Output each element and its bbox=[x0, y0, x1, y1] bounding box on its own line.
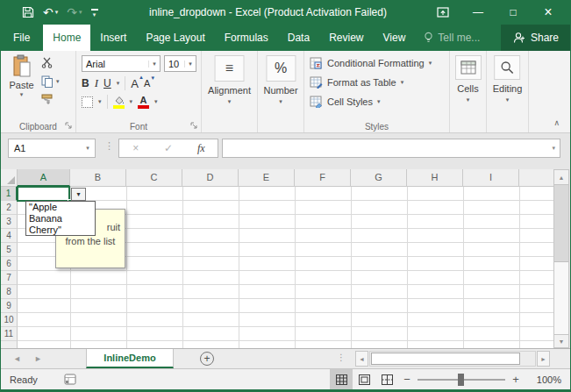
font-size-combo[interactable]: 10 ▾ bbox=[164, 55, 196, 72]
data-validation-dropdown-button[interactable]: ▾ bbox=[71, 188, 86, 201]
cancel-button[interactable]: × bbox=[119, 139, 152, 157]
tab-home[interactable]: Home bbox=[43, 25, 90, 51]
italic-button[interactable]: I bbox=[95, 76, 98, 90]
formula-input[interactable]: ▾ bbox=[222, 139, 560, 158]
column-header-a[interactable]: A bbox=[18, 169, 70, 187]
zoom-out-button[interactable]: − bbox=[398, 373, 416, 386]
tab-splitter-grip-icon[interactable]: ⋮ bbox=[337, 353, 346, 362]
row-header-9[interactable]: 9 bbox=[1, 299, 18, 313]
clipboard-dialog-launcher-icon[interactable] bbox=[65, 122, 73, 130]
undo-button[interactable]: ↶ ▾ bbox=[39, 2, 62, 23]
dropdown-item-cherry[interactable]: Cherry" bbox=[26, 225, 95, 236]
borders-button[interactable] bbox=[82, 96, 93, 108]
row-header-3[interactable]: 3 bbox=[1, 215, 18, 229]
column-header-i[interactable]: I bbox=[463, 169, 519, 187]
tab-review[interactable]: Review bbox=[319, 25, 373, 51]
column-header-b[interactable]: B bbox=[70, 169, 126, 187]
tab-view[interactable]: View bbox=[374, 25, 416, 51]
underline-button[interactable]: U bbox=[103, 77, 111, 89]
vertical-scrollbar-thumb[interactable] bbox=[554, 185, 568, 262]
row-header-2[interactable]: 2 bbox=[1, 201, 18, 215]
tab-formulas[interactable]: Formulas bbox=[215, 25, 278, 51]
zoom-slider-thumb[interactable] bbox=[458, 374, 464, 386]
collapse-ribbon-icon[interactable]: ∧ bbox=[553, 118, 560, 127]
font-dialog-launcher-icon[interactable] bbox=[190, 122, 198, 130]
number-button[interactable]: % Number ▾ bbox=[263, 55, 297, 105]
zoom-level-label[interactable]: 100% bbox=[525, 374, 561, 385]
scroll-left-button[interactable]: ◄ bbox=[355, 351, 368, 367]
page-break-preview-button[interactable] bbox=[375, 369, 398, 389]
format-as-table-button[interactable]: Format as Table ▾ bbox=[310, 75, 403, 89]
record-macro-button[interactable] bbox=[64, 374, 76, 385]
normal-view-button[interactable] bbox=[330, 369, 353, 389]
scroll-up-button[interactable]: ▲ bbox=[554, 170, 568, 185]
column-header-g[interactable]: G bbox=[351, 169, 407, 187]
close-button[interactable]: × bbox=[531, 0, 566, 25]
redo-button[interactable]: ↷ ▾ bbox=[62, 2, 86, 23]
save-button[interactable] bbox=[18, 2, 39, 23]
select-all-button[interactable] bbox=[1, 169, 18, 187]
cells-button[interactable]: Cells ▾ bbox=[455, 55, 482, 103]
column-header-e[interactable]: E bbox=[239, 169, 295, 187]
sheet-tab-inlinedemo[interactable]: InlineDemo bbox=[86, 349, 174, 368]
zoom-in-button[interactable]: + bbox=[507, 373, 525, 386]
column-header-c[interactable]: C bbox=[126, 169, 182, 187]
bold-button[interactable]: B bbox=[82, 77, 89, 89]
format-painter-button[interactable] bbox=[41, 92, 60, 107]
ribbon-display-options-button[interactable] bbox=[425, 0, 460, 25]
dropdown-item-apple[interactable]: "Apple bbox=[26, 202, 95, 213]
formula-expand-caret-icon[interactable]: ▾ bbox=[552, 145, 555, 152]
row-header-5[interactable]: 5 bbox=[1, 243, 18, 257]
row-header-7[interactable]: 7 bbox=[1, 271, 18, 285]
name-box[interactable]: A1 ▾ bbox=[8, 139, 96, 158]
minimize-button[interactable]: — bbox=[460, 0, 496, 25]
decrease-font-size-button[interactable]: A▼ bbox=[144, 78, 150, 89]
row-header-8[interactable]: 8 bbox=[1, 285, 18, 299]
row-header-11[interactable]: 11 bbox=[1, 327, 18, 341]
vertical-scrollbar[interactable]: ▲ ▼ bbox=[553, 169, 569, 348]
row-header-4[interactable]: 4 bbox=[1, 229, 18, 243]
increase-font-size-button[interactable]: A▲ bbox=[131, 77, 139, 90]
row-header-6[interactable]: 6 bbox=[1, 257, 18, 271]
tab-file[interactable]: File bbox=[0, 25, 43, 51]
tab-page-layout[interactable]: Page Layout bbox=[136, 25, 214, 51]
formula-bar-grip-icon[interactable]: ⋮ bbox=[104, 140, 114, 152]
prev-sheet-button[interactable]: ◄ bbox=[13, 349, 21, 368]
horizontal-scrollbar-thumb[interactable] bbox=[371, 353, 520, 365]
enter-check-button[interactable]: ✓ bbox=[152, 139, 184, 157]
scroll-down-button[interactable]: ▼ bbox=[554, 334, 568, 347]
maximize-button[interactable]: □ bbox=[496, 0, 531, 25]
alignment-button[interactable]: ≡ Alignment ▾ bbox=[208, 55, 251, 105]
active-cell-selection[interactable] bbox=[17, 186, 70, 202]
horizontal-scrollbar[interactable] bbox=[369, 351, 536, 367]
next-sheet-button[interactable]: ► bbox=[34, 349, 42, 368]
cell-styles-button[interactable]: Cell Styles ▾ bbox=[310, 95, 380, 109]
cut-button[interactable] bbox=[41, 55, 60, 70]
insert-function-button[interactable]: fx bbox=[185, 139, 218, 157]
conditional-formatting-button[interactable]: Conditional Formatting ▾ bbox=[310, 56, 432, 70]
row-header-1[interactable]: 1 bbox=[1, 187, 18, 201]
tab-insert[interactable]: Insert bbox=[90, 25, 136, 51]
scroll-right-button[interactable]: ► bbox=[537, 351, 550, 367]
font-color-caret-icon[interactable]: ▾ bbox=[154, 98, 158, 105]
new-sheet-button[interactable]: + bbox=[200, 352, 214, 366]
fill-color-button[interactable] bbox=[113, 96, 125, 109]
copy-button[interactable]: ▾ bbox=[41, 74, 60, 89]
row-header-10[interactable]: 10 bbox=[1, 313, 18, 327]
paste-button[interactable]: Paste ▾ bbox=[5, 54, 38, 110]
font-name-combo[interactable]: Arial ▾ bbox=[82, 55, 161, 72]
fill-color-caret-icon[interactable]: ▾ bbox=[130, 98, 133, 105]
share-button[interactable]: Share bbox=[501, 25, 571, 51]
page-layout-view-button[interactable] bbox=[353, 369, 375, 389]
tab-data[interactable]: Data bbox=[278, 25, 319, 51]
tell-me-box[interactable]: Tell me... bbox=[415, 25, 489, 51]
editing-button[interactable]: Editing ▾ bbox=[493, 55, 523, 103]
dropdown-item-banana[interactable]: Banana bbox=[26, 213, 95, 225]
borders-caret-icon[interactable]: ▾ bbox=[98, 98, 102, 105]
zoom-slider[interactable] bbox=[418, 379, 505, 381]
customize-qat-button[interactable]: ▾ bbox=[87, 2, 103, 23]
column-header-d[interactable]: D bbox=[182, 169, 239, 187]
underline-caret-icon[interactable]: ▾ bbox=[117, 80, 120, 87]
column-header-f[interactable]: F bbox=[295, 169, 351, 187]
font-color-button[interactable]: A bbox=[138, 96, 149, 109]
